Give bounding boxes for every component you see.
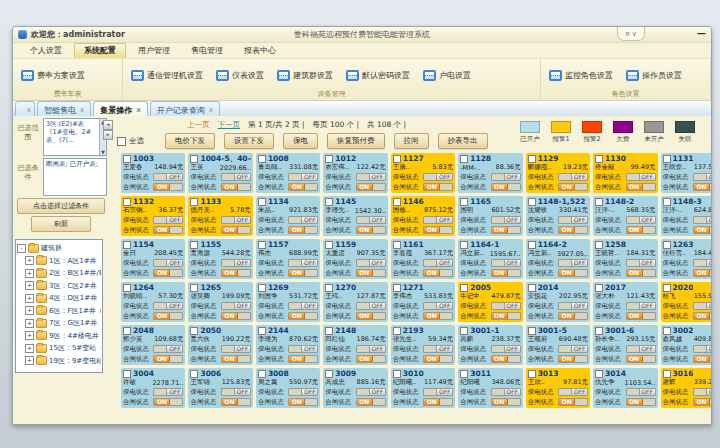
tab-close-icon[interactable]: x — [136, 107, 141, 114]
ribbon-button-默认密码设置[interactable]: 默认密码设置 — [344, 69, 412, 82]
switch-state-toggle[interactable]: ON — [558, 269, 588, 277]
power-protect-toggle[interactable]: OFF — [153, 388, 183, 396]
card-checkbox[interactable] — [258, 155, 266, 163]
switch-state-toggle[interactable]: ON — [153, 355, 183, 363]
switch-state-toggle[interactable]: ON — [558, 398, 588, 406]
card-checkbox[interactable] — [123, 155, 131, 163]
tree-item[interactable]: +19区：9#变电站（2.. — [17, 355, 101, 368]
power-protect-toggle[interactable]: OFF — [356, 173, 386, 181]
card-checkbox[interactable] — [663, 370, 671, 378]
menu-item-个人设置[interactable]: 个人设置 — [21, 44, 71, 58]
power-protect-toggle[interactable]: OFF — [356, 216, 386, 224]
power-protect-toggle[interactable]: OFF — [356, 345, 386, 353]
tree-item[interactable]: +6区：F区1#井（F区.. — [17, 305, 101, 318]
ribbon-collapse-control[interactable]: ¤ ∨ — [617, 27, 645, 41]
switch-state-toggle[interactable]: ON — [356, 269, 386, 277]
switch-state-toggle[interactable]: ON — [288, 312, 318, 320]
power-protect-toggle[interactable]: OFF — [221, 388, 251, 396]
switch-state-toggle[interactable]: ON — [626, 226, 656, 234]
card-checkbox[interactable] — [528, 370, 536, 378]
switch-state-toggle[interactable]: ON — [558, 312, 588, 320]
switch-state-toggle[interactable]: ON — [288, 226, 318, 234]
switch-state-toggle[interactable]: ON — [693, 398, 712, 406]
switch-state-toggle[interactable]: ON — [626, 398, 656, 406]
power-protect-toggle[interactable]: OFF — [626, 302, 656, 310]
power-protect-toggle[interactable]: OFF — [626, 173, 656, 181]
menu-item-报表中心[interactable]: 报表中心 — [235, 44, 285, 58]
switch-state-toggle[interactable]: ON — [423, 355, 453, 363]
power-protect-toggle[interactable]: OFF — [491, 302, 521, 310]
power-protect-toggle[interactable]: OFF — [626, 388, 656, 396]
card-checkbox[interactable] — [528, 155, 536, 163]
expand-expander-icon[interactable]: + — [25, 356, 34, 365]
card-checkbox[interactable] — [663, 198, 671, 206]
toolbar-button-拉闸[interactable]: 拉闸 — [394, 133, 429, 149]
splitter-up-button[interactable]: ◂ — [103, 120, 113, 130]
expand-expander-icon[interactable]: + — [25, 344, 34, 353]
ribbon-button-操作员设置[interactable]: 操作员设置 — [624, 69, 684, 82]
select-all-checkbox[interactable] — [117, 137, 126, 146]
switch-state-toggle[interactable]: ON — [423, 226, 453, 234]
power-protect-toggle[interactable]: OFF — [153, 216, 183, 224]
switch-state-toggle[interactable]: ON — [693, 183, 712, 191]
switch-state-toggle[interactable]: ON — [423, 183, 453, 191]
switch-state-toggle[interactable]: ON — [626, 355, 656, 363]
switch-state-toggle[interactable]: ON — [626, 269, 656, 277]
card-checkbox[interactable] — [190, 370, 198, 378]
switch-state-toggle[interactable]: ON — [356, 355, 386, 363]
power-protect-toggle[interactable]: OFF — [423, 388, 453, 396]
ribbon-button-户电设置[interactable]: 户电设置 — [421, 69, 473, 82]
switch-state-toggle[interactable]: ON — [221, 183, 251, 191]
card-checkbox[interactable] — [393, 327, 401, 335]
expand-expander-icon[interactable]: + — [25, 306, 34, 315]
switch-state-toggle[interactable]: ON — [626, 183, 656, 191]
minimize-button[interactable]: — — [697, 28, 706, 39]
switch-state-toggle[interactable]: ON — [153, 312, 183, 320]
card-checkbox[interactable] — [528, 198, 536, 206]
toolbar-button-保电[interactable]: 保电 — [283, 133, 318, 149]
switch-state-toggle[interactable]: ON — [288, 355, 318, 363]
card-checkbox[interactable] — [123, 327, 131, 335]
tree-item[interactable]: +1区：A区1#井 — [17, 255, 101, 268]
card-checkbox[interactable] — [460, 198, 468, 206]
menu-item-售电管理[interactable]: 售电管理 — [182, 44, 232, 58]
power-protect-toggle[interactable]: OFF — [558, 302, 588, 310]
card-checkbox[interactable] — [123, 198, 131, 206]
card-checkbox[interactable] — [258, 198, 266, 206]
tab-close-icon[interactable]: x — [27, 107, 31, 114]
power-protect-toggle[interactable]: OFF — [693, 302, 712, 310]
card-checkbox[interactable] — [393, 241, 401, 249]
power-protect-toggle[interactable]: OFF — [356, 302, 386, 310]
switch-state-toggle[interactable]: ON — [153, 226, 183, 234]
expand-expander-icon[interactable]: + — [25, 281, 34, 290]
tree-item[interactable]: +3区：C区2#井（1#.. — [17, 280, 101, 293]
card-checkbox[interactable] — [663, 327, 671, 335]
power-protect-toggle[interactable]: OFF — [693, 173, 712, 181]
power-protect-toggle[interactable]: OFF — [153, 345, 183, 353]
tree-item[interactable]: +15区：5#变站（3#.. — [17, 342, 101, 355]
switch-state-toggle[interactable]: ON — [221, 355, 251, 363]
power-protect-toggle[interactable]: OFF — [221, 302, 251, 310]
toolbar-button-恢复预付费[interactable]: 恢复预付费 — [327, 133, 385, 149]
switch-state-toggle[interactable]: ON — [693, 312, 712, 320]
card-checkbox[interactable] — [123, 284, 131, 292]
next-page-link[interactable]: 下一页 — [218, 120, 241, 130]
switch-state-toggle[interactable]: ON — [491, 226, 521, 234]
card-checkbox[interactable] — [325, 155, 333, 163]
prev-page-link[interactable]: 上一页 — [187, 120, 210, 130]
card-checkbox[interactable] — [528, 327, 536, 335]
switch-state-toggle[interactable]: ON — [491, 398, 521, 406]
tab-close-icon[interactable]: x — [209, 107, 213, 114]
switch-state-toggle[interactable]: ON — [558, 355, 588, 363]
menu-item-用户管理[interactable]: 用户管理 — [129, 44, 179, 58]
power-protect-toggle[interactable]: OFF — [288, 259, 318, 267]
selected-condition-box[interactable]: 断闸表; 已开户表; — [43, 158, 107, 196]
switch-state-toggle[interactable]: ON — [491, 312, 521, 320]
power-protect-toggle[interactable]: OFF — [558, 345, 588, 353]
card-checkbox[interactable] — [663, 284, 671, 292]
switch-state-toggle[interactable]: ON — [288, 269, 318, 277]
card-checkbox[interactable] — [258, 241, 266, 249]
power-protect-toggle[interactable]: OFF — [558, 173, 588, 181]
power-protect-toggle[interactable]: OFF — [626, 216, 656, 224]
switch-state-toggle[interactable]: ON — [356, 312, 386, 320]
